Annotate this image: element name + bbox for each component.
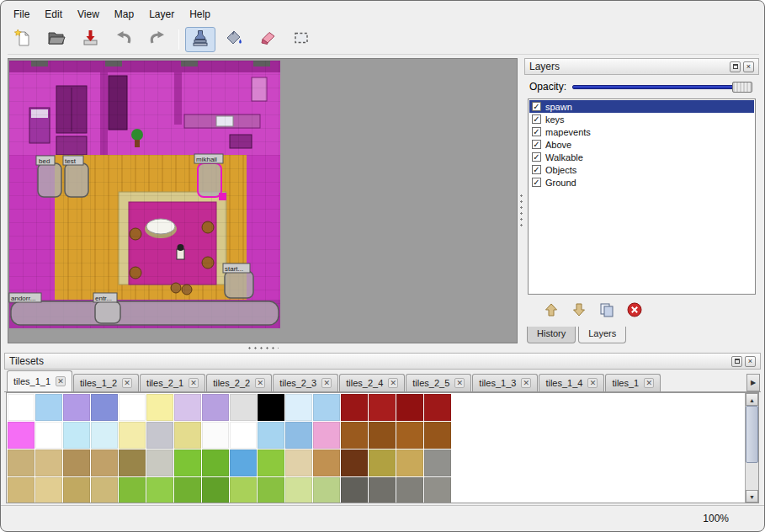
tileset-tile[interactable]	[341, 394, 368, 421]
tileset-tile[interactable]	[63, 450, 90, 476]
tileset-tile[interactable]	[341, 422, 368, 449]
close-dock-icon[interactable]: ×	[745, 356, 756, 367]
tileset-tile[interactable]	[119, 422, 146, 449]
tileset-tile[interactable]	[424, 477, 451, 503]
stamp-brush-button[interactable]	[185, 27, 215, 52]
tileset-tile[interactable]	[396, 450, 423, 476]
tileset-tile[interactable]	[63, 477, 90, 503]
float-dock-icon[interactable]	[731, 356, 742, 367]
tileset-tile[interactable]	[91, 477, 118, 503]
tileset-tab[interactable]: tiles_1_1 ✕	[7, 370, 72, 391]
tileset-tile[interactable]	[146, 394, 173, 421]
tileset-tab[interactable]: tiles_1_3 ✕	[472, 374, 538, 391]
opacity-slider-handle[interactable]	[732, 82, 752, 93]
tileset-tile[interactable]	[285, 422, 312, 449]
tileset-tile[interactable]	[285, 450, 312, 476]
tileset-tile[interactable]	[146, 450, 173, 476]
tileset-tile[interactable]	[146, 477, 173, 503]
horizontal-splitter[interactable]	[8, 343, 518, 353]
tileset-tile[interactable]	[8, 422, 35, 449]
map-object[interactable]	[65, 163, 88, 197]
layer-row[interactable]: ✓ Walkable	[529, 151, 754, 163]
map-object-selected[interactable]	[198, 163, 221, 197]
tileset-tile[interactable]	[91, 422, 118, 449]
tileset-tile[interactable]	[119, 394, 146, 421]
tileset-tile[interactable]	[341, 450, 368, 476]
tileset-tile[interactable]	[369, 477, 396, 503]
tileset-tab[interactable]: tiles_1_4 ✕	[539, 374, 604, 391]
tileset-tile[interactable]	[202, 394, 229, 421]
tileset-tile[interactable]	[396, 422, 423, 449]
tileset-tile[interactable]	[285, 477, 312, 503]
close-tab-icon[interactable]: ✕	[255, 378, 265, 388]
close-tab-icon[interactable]: ✕	[388, 378, 398, 388]
tileset-tile[interactable]	[63, 422, 90, 449]
menu-file[interactable]: File	[6, 6, 37, 23]
scroll-down-icon[interactable]: ▼	[746, 490, 758, 503]
tileset-tile[interactable]	[174, 394, 201, 421]
open-map-button[interactable]	[41, 27, 72, 52]
tileset-tile[interactable]	[313, 394, 340, 421]
duplicate-layer-icon[interactable]	[597, 300, 617, 320]
close-tab-icon[interactable]: ✕	[587, 378, 598, 388]
layer-row[interactable]: ✓ mapevents	[529, 125, 754, 138]
layer-row[interactable]: ✓ Objects	[529, 163, 754, 176]
raise-layer-icon[interactable]	[541, 300, 561, 320]
new-map-button[interactable]	[8, 27, 38, 52]
tileset-tile[interactable]	[35, 394, 62, 421]
tileset-tile[interactable]	[8, 477, 35, 503]
opacity-slider[interactable]	[572, 81, 754, 93]
layer-visibility-checkbox[interactable]: ✓	[532, 127, 541, 136]
map-canvas[interactable]: bed test mikhail start... andorr...	[8, 58, 518, 343]
close-tab-icon[interactable]: ✕	[56, 376, 66, 386]
tileset-tile[interactable]	[258, 422, 284, 449]
layer-visibility-checkbox[interactable]: ✓	[532, 152, 541, 162]
close-tab-icon[interactable]: ✕	[321, 378, 332, 388]
tab-layers[interactable]: Layers	[578, 327, 626, 343]
tileset-tile[interactable]	[369, 450, 396, 476]
tileset-tile[interactable]	[8, 450, 35, 476]
scroll-up-icon[interactable]: ▲	[746, 393, 758, 406]
eraser-button[interactable]	[252, 27, 283, 52]
layer-row[interactable]: ✓ spawn	[529, 100, 754, 113]
bucket-fill-button[interactable]	[219, 27, 249, 52]
tileset-tile[interactable]	[230, 450, 257, 476]
tileset-tab[interactable]: tiles_2_4 ✕	[339, 374, 405, 391]
tileset-tab[interactable]: tiles_2_2 ✕	[206, 374, 272, 391]
tileset-tile[interactable]	[8, 394, 35, 421]
tileset-tile[interactable]	[202, 422, 229, 449]
tileset-tile[interactable]	[202, 477, 229, 503]
tileset-tile[interactable]	[35, 450, 62, 476]
layer-visibility-checkbox[interactable]: ✓	[532, 140, 541, 149]
tileset-tile[interactable]	[258, 450, 284, 476]
map-object[interactable]	[38, 163, 61, 197]
tileset-tile[interactable]	[285, 394, 312, 421]
tileset-tile[interactable]	[146, 422, 173, 449]
scrollbar-thumb[interactable]	[746, 406, 758, 463]
tab-scroll-right-icon[interactable]: ▶	[746, 374, 760, 391]
tileset-tile[interactable]	[313, 477, 340, 503]
layer-row[interactable]: ✓ keys	[529, 113, 754, 125]
delete-layer-icon[interactable]	[624, 300, 645, 320]
rect-select-button[interactable]	[286, 27, 316, 52]
tileset-tile[interactable]	[313, 422, 340, 449]
float-dock-icon[interactable]	[730, 61, 741, 72]
layer-visibility-checkbox[interactable]: ✓	[532, 114, 541, 124]
tileset-tab[interactable]: tiles_2_1 ✕	[140, 374, 205, 391]
layer-row[interactable]: ✓ Above	[529, 138, 754, 151]
map-object-handle[interactable]	[219, 193, 226, 200]
tileset-tile[interactable]	[119, 450, 146, 476]
close-tab-icon[interactable]: ✕	[122, 378, 132, 388]
tileset-tile[interactable]	[63, 394, 90, 421]
vertical-splitter[interactable]	[519, 193, 523, 226]
close-tab-icon[interactable]: ✕	[521, 378, 531, 388]
lower-layer-icon[interactable]	[569, 300, 589, 320]
tileset-tile[interactable]	[174, 450, 201, 476]
tileset-tile[interactable]	[424, 422, 451, 449]
redo-button[interactable]	[142, 27, 173, 52]
tileset-tile[interactable]	[258, 394, 284, 421]
menu-help[interactable]: Help	[182, 6, 218, 23]
tileset-tile[interactable]	[35, 477, 62, 503]
layer-row[interactable]: ✓ Ground	[529, 176, 754, 189]
opacity-slider-track[interactable]	[572, 85, 752, 89]
